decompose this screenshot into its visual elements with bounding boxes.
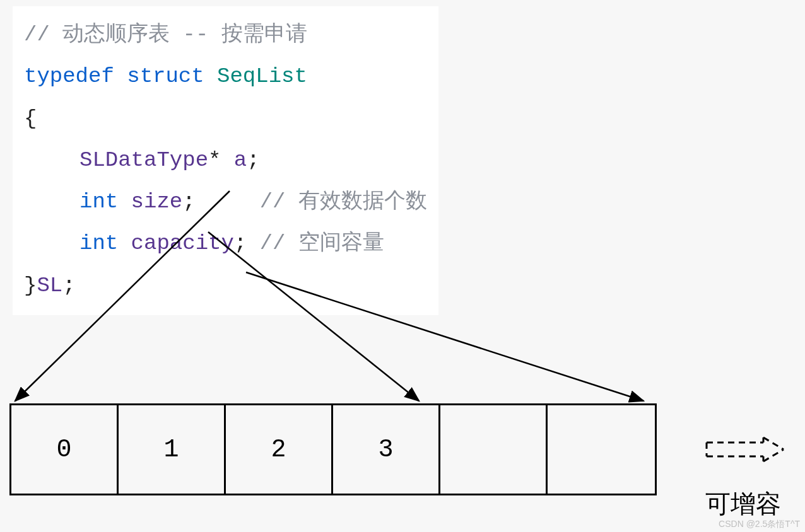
code-line-1: // 动态顺序表 -- 按需申请 bbox=[24, 14, 427, 55]
comment-size: // 有效数据个数 bbox=[260, 190, 427, 214]
watermark: CSDN @2.5条悟T^T bbox=[719, 519, 800, 530]
code-line-6: int capacity; // 空间容量 bbox=[24, 223, 427, 264]
semi-size: ; bbox=[182, 190, 195, 214]
code-block: // 动态顺序表 -- 按需申请 typedef struct SeqList … bbox=[13, 6, 438, 315]
semi-final: ; bbox=[62, 274, 75, 298]
array-cell-0: 0 bbox=[11, 405, 119, 494]
code-line-7: }SL; bbox=[24, 265, 427, 306]
semi-cap: ; bbox=[234, 231, 247, 255]
alias-sl: SL bbox=[37, 274, 62, 298]
keyword-struct: struct bbox=[127, 64, 204, 88]
brace-open: { bbox=[24, 107, 37, 130]
expand-label: 可增容 bbox=[705, 487, 781, 521]
type-seqlist: SeqList bbox=[217, 64, 307, 88]
semi-a: ; bbox=[247, 148, 259, 172]
keyword-typedef: typedef bbox=[24, 64, 114, 88]
comment-capacity: // 空间容量 bbox=[260, 231, 384, 255]
ptr-star: * bbox=[208, 148, 221, 172]
svg-line-6 bbox=[763, 437, 784, 449]
code-line-3: { bbox=[24, 98, 427, 139]
var-a: a bbox=[221, 148, 247, 172]
code-line-5: int size; // 有效数据个数 bbox=[24, 181, 427, 223]
brace-close: } bbox=[24, 274, 37, 298]
code-line-2: typedef struct SeqList bbox=[24, 55, 427, 97]
array-cell-2: 2 bbox=[226, 405, 333, 494]
array-container: 0 1 2 3 bbox=[9, 403, 657, 495]
keyword-int-size: int bbox=[79, 190, 118, 214]
array-cell-1: 1 bbox=[119, 405, 226, 494]
svg-line-7 bbox=[763, 449, 784, 461]
array-cell-4 bbox=[440, 405, 548, 494]
var-capacity: capacity bbox=[118, 231, 234, 255]
expand-arrow-icon bbox=[705, 436, 787, 463]
code-line-4: SLDataType* a; bbox=[24, 139, 427, 181]
var-size: size bbox=[118, 190, 182, 214]
comment-header: // 动态顺序表 -- 按需申请 bbox=[24, 23, 307, 47]
array-cell-3: 3 bbox=[333, 405, 440, 494]
array-cell-5 bbox=[548, 405, 655, 494]
type-sldatatype: SLDataType bbox=[79, 148, 208, 172]
keyword-int-cap: int bbox=[79, 231, 118, 255]
